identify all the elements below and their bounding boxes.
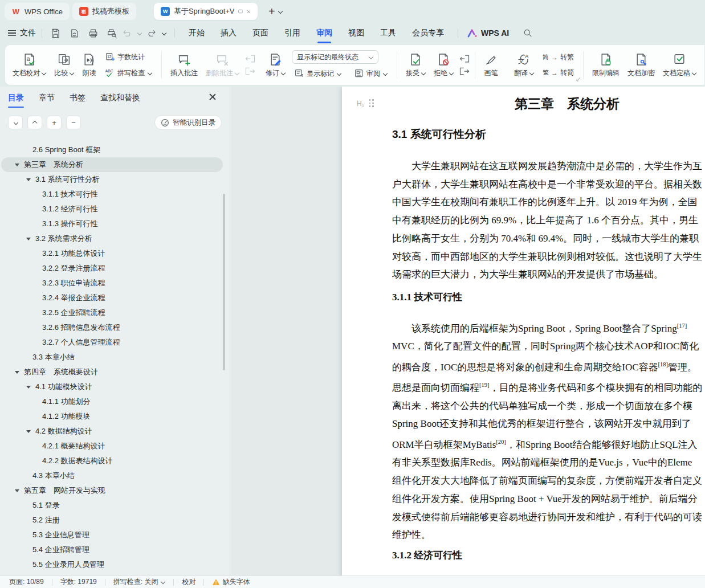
markup-state-select[interactable]: 显示标记的最终状态 (292, 50, 378, 64)
zoom-in-toc-button[interactable]: + (47, 116, 62, 129)
collapse-arrow-icon[interactable] (26, 178, 31, 181)
translate-button[interactable]: 文A 翻译 (510, 51, 538, 79)
spellcheck-indicator[interactable]: 拼写检查: 关闭 (113, 577, 166, 587)
toc-item[interactable]: 4.1.2 功能模块 (1, 409, 223, 424)
read-aloud-button[interactable]: 朗读 (78, 51, 100, 79)
collapse-arrow-icon[interactable] (15, 371, 19, 374)
collapse-arrow-icon[interactable] (26, 386, 31, 389)
print-preview-icon[interactable] (107, 28, 117, 39)
menu-item[interactable]: 会员专享 (412, 28, 444, 38)
toc-item[interactable]: 第五章 网站开发与实现 (1, 483, 223, 498)
group-expand-icon[interactable] (576, 77, 581, 81)
spell-check-button[interactable]: ABC 拼写检查 (103, 67, 154, 79)
sidebar-tab[interactable]: 目录 (8, 93, 24, 103)
toc-item[interactable]: 第四章 系统概要设计 (1, 365, 223, 379)
restrict-edit-button[interactable]: 限制编辑 (588, 51, 624, 79)
toc-item[interactable]: 3.2.7 个人信息管理流程 (1, 335, 223, 350)
tab-preview-icon[interactable] (238, 8, 243, 15)
sidebar-tab[interactable]: 章节 (39, 93, 55, 103)
smart-toc-button[interactable]: 智能识别目录 (154, 115, 222, 130)
toc-item[interactable]: 3.2.3 职位申请流程 (1, 276, 223, 291)
wps-ai-button[interactable]: WPS AI (467, 28, 509, 38)
toc-item[interactable]: 4.2.1 概要结构设计 (1, 439, 223, 454)
expand-all-button[interactable] (27, 116, 42, 129)
toc-item[interactable]: 2.6 Spring Boot 框架 (1, 142, 223, 157)
show-markup-button[interactable]: 显示标记 (292, 67, 344, 80)
toc-item[interactable]: 3.2.1 功能总体设计 (1, 246, 223, 261)
reject-revision-button[interactable]: 拒绝 (430, 51, 458, 79)
toc-item[interactable]: 3.1.3 操作可行性 (1, 217, 223, 231)
menu-item[interactable]: 工具 (380, 28, 396, 38)
zoom-out-toc-button[interactable]: − (66, 116, 81, 129)
print-icon[interactable] (88, 28, 99, 39)
menu-item[interactable]: 页面 (252, 28, 268, 38)
doc-proof-button[interactable]: a 文档校对 (9, 51, 50, 79)
to-traditional-button[interactable]: 简→ 转繁 (540, 51, 576, 63)
new-tab-button[interactable]: + (268, 5, 275, 18)
page-indicator[interactable]: 页面: 10/89 (9, 577, 44, 587)
collapse-arrow-icon[interactable] (26, 430, 31, 433)
redo-chevron-icon[interactable] (161, 31, 166, 36)
document-page[interactable]: H₁ 第三章 系统分析 3.1 系统可行性分析大学生兼职网站在这互联网发展趋势潮… (342, 87, 705, 575)
toc-item[interactable]: 3.2.6 招聘信息发布流程 (1, 320, 223, 335)
toc-item[interactable]: 4.2 数据结构设计 (1, 424, 223, 439)
missing-font-warning[interactable]: 缺失字体 (212, 577, 250, 587)
menu-item[interactable]: 开始 (189, 28, 205, 38)
sidebar-close-icon[interactable] (208, 92, 217, 101)
collapse-all-button[interactable] (8, 116, 23, 129)
encrypt-button[interactable]: 文档加密 (624, 51, 659, 79)
toc-item[interactable]: 4.2.2 数据表结构设计 (1, 454, 223, 468)
toc-item[interactable]: 5.3 企业信息管理 (1, 528, 223, 542)
previous-revision-icon[interactable] (459, 54, 470, 64)
toc-item[interactable]: 3.2.5 企业招聘流程 (1, 305, 223, 320)
finalize-button[interactable]: 文档定稿 (659, 51, 700, 79)
next-revision-icon[interactable] (459, 67, 470, 76)
to-simplified-button[interactable]: 繁→ 转简 (540, 67, 576, 79)
word-count-indicator[interactable]: 字数: 19719 (60, 577, 97, 587)
toc-item[interactable]: 5.5 企业录用人员管理 (1, 557, 223, 572)
export-pdf-icon[interactable] (69, 28, 80, 39)
toc-item[interactable]: 3.2.4 举报企业流程 (1, 291, 223, 305)
tab-wps-home[interactable]: W WPS Office (5, 3, 70, 20)
sidebar-tab[interactable]: 书签 (70, 93, 85, 103)
toc-item[interactable]: 5.1 登录 (1, 498, 223, 513)
menu-item[interactable]: 引用 (284, 28, 300, 38)
menu-item[interactable]: 审阅 (316, 28, 332, 38)
toc-item[interactable]: 3.1.2 经济可行性 (1, 202, 223, 217)
drag-handle-icon[interactable] (369, 99, 375, 108)
tab-list-chevron-icon[interactable] (278, 9, 283, 14)
save-icon[interactable] (50, 28, 61, 39)
toc-item[interactable]: 4.1 功能模块设计 (1, 379, 223, 394)
collapse-arrow-icon[interactable] (26, 238, 31, 240)
collapse-arrow-icon[interactable] (15, 489, 19, 492)
toc-item[interactable]: 3.2 系统需求分析 (1, 231, 223, 246)
toc-item[interactable]: 3.2.2 登录注册流程 (1, 261, 223, 276)
toc-item[interactable]: 4.1.1 功能划分 (1, 394, 223, 409)
toc-item[interactable]: 5.4 企业招聘管理 (1, 542, 223, 557)
word-count-button[interactable]: 12 字数统计 (103, 51, 147, 63)
toc-item[interactable]: 5.2 注册 (1, 513, 223, 528)
review-pane-button[interactable]: 审阅 (352, 67, 390, 80)
toc-item[interactable]: 3.1 系统可行性分析 (1, 172, 223, 187)
proofread-button[interactable]: 校对 (182, 577, 195, 587)
toc-item[interactable]: 第三章 系统分析 (1, 157, 223, 172)
toc-item[interactable]: 3.3 本章小结 (1, 350, 223, 365)
compare-button[interactable]: 比较 (50, 51, 78, 79)
tab-docer[interactable]: 稻 找稿壳模板 (72, 3, 136, 20)
menu-item[interactable]: 插入 (221, 28, 237, 38)
brush-button[interactable]: 画笔 (480, 51, 502, 79)
close-icon[interactable] (247, 9, 251, 15)
file-menu-button[interactable]: 文件 (8, 28, 36, 38)
track-changes-button[interactable]: 修订 (262, 51, 290, 79)
sidebar-tab[interactable]: 查找和替换 (100, 93, 140, 103)
tab-document[interactable]: W 基于SpringBoot+Vue的大学生 (154, 3, 258, 20)
accept-revision-button[interactable]: 接受 (402, 51, 430, 79)
insert-comment-button[interactable]: 插入批注 (166, 51, 202, 79)
sidebar-scrollbar[interactable] (223, 194, 225, 370)
toc-item[interactable]: 4.3 本章小结 (1, 468, 223, 483)
redo-icon[interactable] (146, 28, 157, 38)
search-icon[interactable] (523, 28, 533, 38)
toc-item[interactable]: 3.1.1 技术可行性 (1, 187, 223, 202)
collapse-arrow-icon[interactable] (15, 164, 19, 166)
menu-item[interactable]: 视图 (348, 28, 364, 38)
